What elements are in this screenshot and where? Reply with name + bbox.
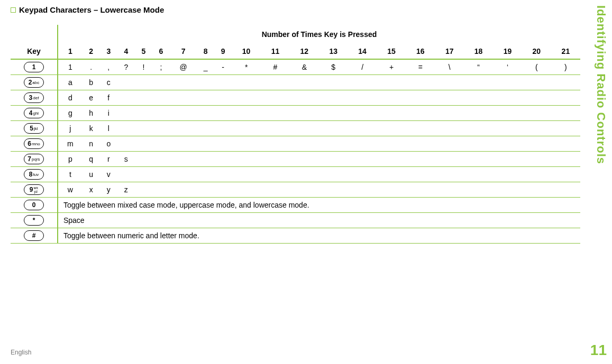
header-span: Number of Times Key is Pressed	[58, 25, 580, 44]
char-cell	[152, 90, 170, 106]
char-cell	[464, 121, 493, 136]
char-cell	[135, 106, 152, 121]
char-cell	[152, 182, 170, 198]
key-cell: 2abc	[11, 75, 58, 90]
column-header: 9	[214, 44, 232, 59]
char-cell: i	[100, 106, 117, 121]
char-cell: w	[58, 182, 83, 198]
column-header: 3	[100, 44, 117, 59]
char-cell	[377, 106, 406, 121]
description-cell: Toggle between mixed case mode, uppercas…	[58, 198, 580, 213]
char-cell	[197, 75, 214, 90]
keypad-table: Number of Times Key is Pressed Key 12345…	[11, 25, 580, 244]
table-row: #Toggle between numeric and letter mode.	[11, 228, 580, 244]
column-header: 14	[348, 44, 377, 59]
keypad-key-icon: 6mno	[24, 138, 44, 149]
char-cell: g	[58, 106, 83, 121]
char-cell	[135, 167, 152, 182]
char-cell: b	[83, 75, 100, 90]
char-cell	[232, 182, 261, 198]
table-row: 2abcabc	[11, 75, 580, 90]
char-cell	[232, 75, 261, 90]
keypad-table-wrapper: Number of Times Key is Pressed Key 12345…	[11, 25, 580, 244]
char-cell: @	[170, 59, 197, 75]
key-cell: 6mno	[11, 136, 58, 152]
char-cell: “	[464, 59, 493, 75]
column-header: 10	[232, 44, 261, 59]
char-cell: c	[100, 75, 117, 90]
char-cell	[377, 121, 406, 136]
char-cell	[261, 75, 290, 90]
char-cell	[464, 167, 493, 182]
char-cell	[464, 136, 493, 152]
char-cell	[170, 136, 197, 152]
char-cell	[377, 182, 406, 198]
char-cell	[152, 152, 170, 167]
char-cell: u	[83, 167, 100, 182]
char-cell: p	[58, 152, 83, 167]
char-cell	[435, 136, 464, 152]
column-header: 6	[152, 44, 170, 59]
char-cell: o	[100, 136, 117, 152]
char-cell	[261, 121, 290, 136]
char-cell: ,	[100, 59, 117, 75]
char-cell	[197, 106, 214, 121]
table-row: 4ghighi	[11, 106, 580, 121]
char-cell	[117, 106, 135, 121]
char-cell	[135, 121, 152, 136]
char-cell	[348, 90, 377, 106]
char-cell	[214, 121, 232, 136]
char-cell	[290, 106, 319, 121]
char-cell: m	[58, 136, 83, 152]
char-cell	[551, 106, 580, 121]
char-cell	[522, 121, 551, 136]
column-header: 16	[406, 44, 435, 59]
char-cell	[197, 90, 214, 106]
char-cell	[170, 90, 197, 106]
char-cell	[377, 90, 406, 106]
char-cell	[152, 167, 170, 182]
char-cell	[406, 152, 435, 167]
char-cell: y	[100, 182, 117, 198]
char-cell	[348, 121, 377, 136]
char-cell	[197, 167, 214, 182]
char-cell: ?	[117, 59, 135, 75]
char-cell	[464, 152, 493, 167]
key-cell: 8tuv	[11, 167, 58, 182]
char-cell	[197, 182, 214, 198]
char-cell	[348, 106, 377, 121]
char-cell	[117, 75, 135, 90]
char-cell	[117, 90, 135, 106]
char-cell	[522, 136, 551, 152]
keypad-key-icon: 4ghi	[24, 108, 44, 118]
table-row: 3defdef	[11, 90, 580, 106]
char-cell	[435, 152, 464, 167]
char-cell	[170, 75, 197, 90]
char-cell	[493, 90, 522, 106]
char-cell	[214, 167, 232, 182]
char-cell: r	[100, 152, 117, 167]
char-cell	[464, 75, 493, 90]
char-cell	[261, 136, 290, 152]
key-cell: 7pqrs	[11, 152, 58, 167]
key-cell: 5jkl	[11, 121, 58, 136]
char-cell: &	[290, 59, 319, 75]
char-cell	[135, 136, 152, 152]
key-cell: 3def	[11, 90, 58, 106]
char-cell	[348, 167, 377, 182]
char-cell: .	[83, 59, 100, 75]
char-cell	[464, 106, 493, 121]
column-header: 15	[377, 44, 406, 59]
char-cell: *	[232, 59, 261, 75]
char-cell	[319, 75, 348, 90]
char-cell: a	[58, 75, 83, 90]
key-cell: 9wxyz	[11, 182, 58, 198]
char-cell	[551, 167, 580, 182]
char-cell	[464, 182, 493, 198]
char-cell	[117, 136, 135, 152]
char-cell	[261, 90, 290, 106]
keypad-key-icon: #	[24, 230, 44, 241]
char-cell	[493, 152, 522, 167]
char-cell	[319, 121, 348, 136]
char-cell	[522, 75, 551, 90]
